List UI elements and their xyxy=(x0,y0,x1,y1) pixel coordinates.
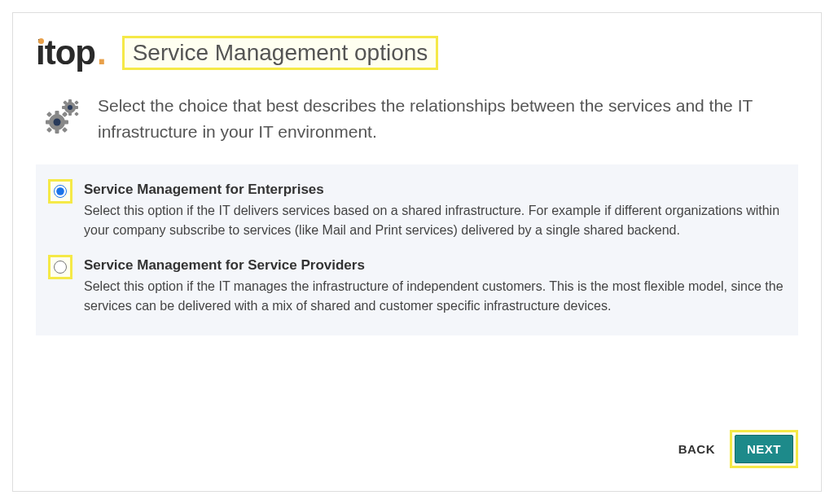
option-title: Service Management for Service Providers xyxy=(84,257,786,274)
page-title: Service Management options xyxy=(133,40,428,66)
svg-point-11 xyxy=(54,119,61,126)
intro-section: Select the choice that best describes th… xyxy=(36,93,798,144)
header: itop. Service Management options xyxy=(36,33,798,72)
svg-rect-7 xyxy=(74,100,79,105)
svg-rect-14 xyxy=(46,121,50,125)
radio-highlight xyxy=(48,179,72,204)
title-highlight: Service Management options xyxy=(122,36,439,70)
option-service-providers: Service Management for Service Providers… xyxy=(48,255,786,316)
next-button[interactable]: NEXT xyxy=(735,435,793,463)
radio-service-providers[interactable] xyxy=(54,261,67,274)
options-panel: Service Management for Enterprises Selec… xyxy=(36,164,798,335)
svg-rect-5 xyxy=(74,106,78,109)
logo-period: . xyxy=(97,33,106,72)
svg-rect-8 xyxy=(74,112,79,116)
logo-text: itop xyxy=(36,33,95,72)
gears-icon xyxy=(42,96,83,137)
svg-rect-4 xyxy=(62,106,66,109)
radio-enterprises[interactable] xyxy=(54,185,67,198)
option-title: Service Management for Enterprises xyxy=(84,182,786,198)
svg-point-1 xyxy=(68,105,72,110)
option-desc: Select this option if the IT manages the… xyxy=(84,277,786,316)
footer-buttons: BACK NEXT xyxy=(678,430,798,468)
wizard-panel: itop. Service Management options xyxy=(12,12,822,492)
next-highlight: NEXT xyxy=(730,430,798,468)
radio-highlight xyxy=(48,255,72,279)
option-content: Service Management for Enterprises Selec… xyxy=(84,179,786,240)
itop-logo: itop. xyxy=(36,33,106,72)
intro-text: Select the choice that best describes th… xyxy=(98,93,792,144)
svg-rect-3 xyxy=(68,112,72,116)
option-content: Service Management for Service Providers… xyxy=(84,255,786,316)
svg-rect-13 xyxy=(55,129,59,134)
option-desc: Select this option if the IT delivers se… xyxy=(84,201,786,240)
svg-rect-12 xyxy=(55,111,59,116)
svg-rect-15 xyxy=(64,121,68,125)
back-button[interactable]: BACK xyxy=(678,442,715,456)
svg-rect-2 xyxy=(68,99,72,103)
option-enterprises: Service Management for Enterprises Selec… xyxy=(48,179,786,240)
logo-dot-icon xyxy=(38,38,44,44)
